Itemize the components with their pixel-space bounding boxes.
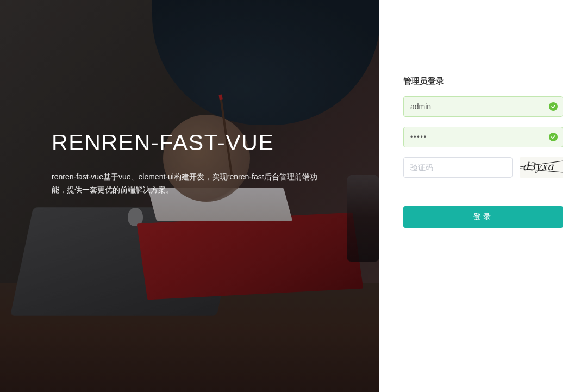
captcha-row: d3yxa <box>403 157 563 178</box>
username-input[interactable] <box>403 96 563 117</box>
captcha-text: d3yxa <box>523 159 555 173</box>
check-circle-icon <box>549 133 558 141</box>
login-title: 管理员登录 <box>403 76 563 86</box>
captcha-image[interactable]: d3yxa <box>520 157 563 178</box>
brand-description: renren-fast-vue基于vue、element-ui构建开发，实现re… <box>52 171 323 197</box>
brand-title: RENREN-FAST-VUE <box>52 130 379 155</box>
login-panel: 管理员登录 d3yxa 登录 <box>379 0 587 392</box>
captcha-input[interactable] <box>403 157 513 178</box>
login-button[interactable]: 登录 <box>403 206 563 228</box>
username-field-wrap <box>403 96 563 117</box>
check-circle-icon <box>549 102 558 111</box>
password-field-wrap <box>403 127 563 147</box>
hero-panel: RENREN-FAST-VUE renren-fast-vue基于vue、ele… <box>0 0 379 392</box>
password-input[interactable] <box>403 127 563 147</box>
